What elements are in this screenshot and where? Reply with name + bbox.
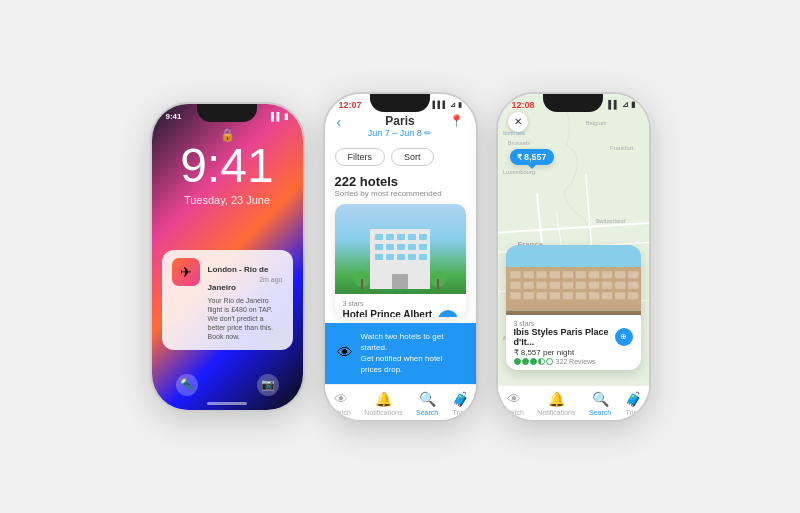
signal-icon: ▌▌▌ bbox=[433, 101, 448, 108]
lock-notification[interactable]: ✈ London - Rio de Janeiro 2m ago Your Ri… bbox=[162, 250, 293, 349]
svg-rect-46 bbox=[575, 271, 585, 278]
lockscreen: 9:41 ▌▌ ▮ 🔒 9:41 Tuesday, 23 June ✈ Lond… bbox=[152, 104, 303, 410]
svg-rect-7 bbox=[375, 244, 383, 250]
lock-bottom-controls: 🔦 📷 bbox=[152, 374, 303, 396]
svg-rect-66 bbox=[575, 292, 585, 299]
map-nav-notifications[interactable]: 🔔 Notifications bbox=[537, 391, 575, 416]
svg-rect-63 bbox=[536, 292, 546, 299]
battery-icon: ▮ bbox=[458, 101, 462, 109]
notch-1 bbox=[197, 104, 257, 122]
search-label: Search bbox=[416, 409, 438, 416]
hotel-stars: 3 stars bbox=[343, 300, 458, 307]
map-hotel-name-row: Ibis Styles Paris Place d'It... ⊕ bbox=[514, 327, 633, 347]
svg-rect-14 bbox=[397, 254, 405, 260]
map-tripadvisor-rating bbox=[514, 358, 553, 365]
date-range[interactable]: Jun 7 – Jun 8 ✏ bbox=[335, 128, 466, 138]
svg-rect-57 bbox=[588, 281, 598, 288]
svg-rect-50 bbox=[627, 271, 637, 278]
svg-rect-69 bbox=[614, 292, 624, 299]
map-status-icons: ▌▌ ⊿ ▮ bbox=[608, 100, 634, 110]
trips-label: Trips bbox=[453, 409, 468, 416]
price-tag-1[interactable]: ₹ 8,557 bbox=[510, 149, 554, 165]
hotel-info: 3 stars Hotel Prince Albert Lyon Ber... … bbox=[335, 294, 466, 317]
hotels-sort: Sorted by most recommended bbox=[325, 189, 476, 204]
watch-label: Watch bbox=[331, 409, 351, 416]
map-watch-nav-label: Watch bbox=[504, 409, 524, 416]
svg-rect-9 bbox=[397, 244, 405, 250]
lock-status-time: 9:41 bbox=[166, 112, 182, 121]
svg-rect-52 bbox=[523, 281, 533, 288]
price-tag-1-value: 8,557 bbox=[524, 152, 547, 162]
map-trips-label: Trips bbox=[626, 409, 641, 416]
hotel-watch-button[interactable]: ⊕ bbox=[438, 310, 458, 317]
notification-body: Your Rio de Janeiro flight is £480 on TA… bbox=[208, 296, 283, 341]
lock-status-icons: ▌▌ ▮ bbox=[271, 112, 289, 121]
map-rating-3 bbox=[530, 358, 537, 365]
nav-trips[interactable]: 🧳 Trips bbox=[452, 391, 469, 416]
svg-rect-53 bbox=[536, 281, 546, 288]
map-nav-search[interactable]: 🔍 Search bbox=[589, 391, 611, 416]
map-close-button[interactable]: ✕ bbox=[508, 112, 528, 132]
lock-date: Tuesday, 23 June bbox=[152, 194, 303, 206]
map-nav-trips[interactable]: 🧳 Trips bbox=[625, 391, 642, 416]
svg-rect-3 bbox=[386, 234, 394, 240]
svg-rect-67 bbox=[588, 292, 598, 299]
lock-time-area: 9:41 Tuesday, 23 June bbox=[152, 142, 303, 206]
hotel-name: Hotel Prince Albert Lyon Ber... bbox=[343, 309, 438, 317]
svg-rect-11 bbox=[419, 244, 427, 250]
notification-icon: ✈ bbox=[172, 258, 200, 286]
promo-line1: Watch two hotels to get started. bbox=[361, 331, 464, 353]
svg-text:Brussels: Brussels bbox=[507, 139, 529, 145]
notification-content: London - Rio de Janeiro 2m ago Your Rio … bbox=[208, 258, 283, 341]
svg-rect-55 bbox=[562, 281, 572, 288]
phone-map: Brussels Belgium Frankfurt Luxembourg Fr… bbox=[496, 92, 651, 422]
promo-text: Watch two hotels to get started. Get not… bbox=[361, 331, 464, 376]
map-nav-watch[interactable]: 👁 Watch bbox=[504, 391, 524, 416]
svg-rect-60 bbox=[627, 281, 637, 288]
svg-text:Switzerland: Switzerland bbox=[595, 217, 625, 223]
hotel-list-header: ‹ Paris Jun 7 – Jun 8 ✏ 📍 bbox=[325, 112, 476, 142]
svg-rect-42 bbox=[523, 271, 533, 278]
city-name: Paris bbox=[335, 114, 466, 128]
hotel-name-row: Hotel Prince Albert Lyon Ber... ⊕ bbox=[343, 309, 458, 317]
location-pin-icon[interactable]: 📍 bbox=[449, 114, 464, 128]
hotel-card[interactable]: 3 stars Hotel Prince Albert Lyon Ber... … bbox=[335, 204, 466, 317]
svg-rect-62 bbox=[523, 292, 533, 299]
svg-rect-12 bbox=[375, 254, 383, 260]
svg-rect-5 bbox=[408, 234, 416, 240]
svg-rect-41 bbox=[510, 271, 520, 278]
map-search-label: Search bbox=[589, 409, 611, 416]
svg-rect-10 bbox=[408, 244, 416, 250]
promo-banner: 👁 Watch two hotels to get started. Get n… bbox=[325, 323, 476, 384]
camera-icon[interactable]: 📷 bbox=[257, 374, 279, 396]
svg-rect-47 bbox=[588, 271, 598, 278]
sort-button[interactable]: Sort bbox=[391, 148, 434, 166]
flashlight-icon[interactable]: 🔦 bbox=[176, 374, 198, 396]
svg-rect-65 bbox=[562, 292, 572, 299]
back-button[interactable]: ‹ bbox=[337, 114, 342, 130]
svg-rect-61 bbox=[510, 292, 520, 299]
map-screen: Brussels Belgium Frankfurt Luxembourg Fr… bbox=[498, 94, 649, 420]
filters-button[interactable]: Filters bbox=[335, 148, 386, 166]
svg-rect-58 bbox=[601, 281, 611, 288]
promo-line2: Get notified when hotel prices drop. bbox=[361, 353, 464, 375]
map-rating-1 bbox=[514, 358, 521, 365]
svg-rect-16 bbox=[419, 254, 427, 260]
map-search-icon: 🔍 bbox=[592, 391, 609, 407]
promo-icon: 👁 bbox=[337, 344, 353, 362]
svg-text:Belgium: Belgium bbox=[585, 120, 606, 126]
map-hotel-watch-button[interactable]: ⊕ bbox=[615, 328, 633, 346]
notifications-label: Notifications bbox=[364, 409, 402, 416]
svg-rect-6 bbox=[419, 234, 427, 240]
map-hotel-image bbox=[506, 245, 641, 315]
map-hotel-card[interactable]: 3 stars Ibis Styles Paris Place d'It... … bbox=[506, 245, 641, 370]
nav-search[interactable]: 🔍 Search bbox=[416, 391, 438, 416]
map-bell-icon: 🔔 bbox=[548, 391, 565, 407]
nav-notifications[interactable]: 🔔 Notifications bbox=[364, 391, 402, 416]
map-hotel-building bbox=[506, 245, 641, 315]
svg-rect-45 bbox=[562, 271, 572, 278]
map-hotel-stars: 3 stars bbox=[514, 320, 633, 327]
hotels-count: 222 hotels bbox=[325, 172, 476, 189]
nav-watch[interactable]: 👁 Watch bbox=[331, 391, 351, 416]
hotel-status-time: 12:07 bbox=[339, 100, 362, 110]
